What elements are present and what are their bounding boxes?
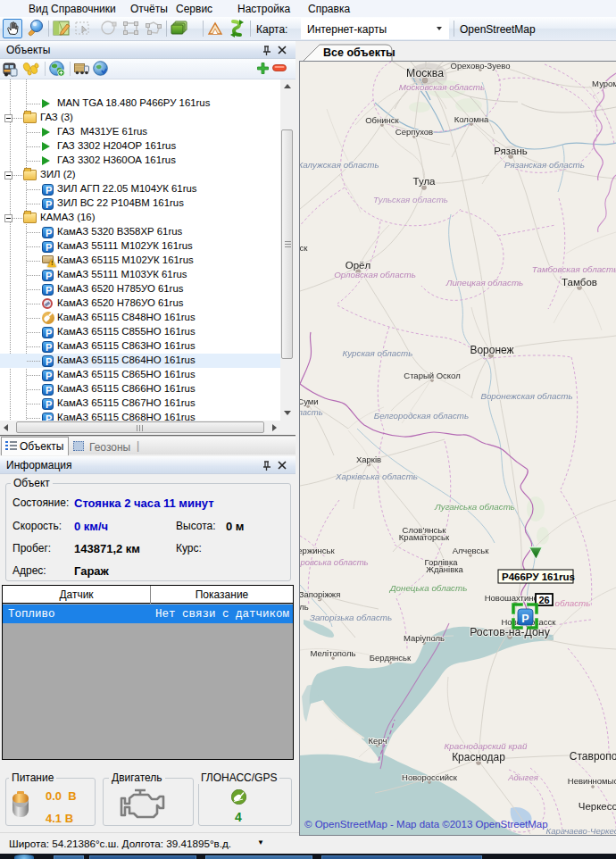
- svg-text:Краснодар: Краснодар: [452, 751, 505, 763]
- svg-text:Орловская область: Орловская область: [334, 270, 416, 279]
- svg-text:Харків: Харків: [356, 455, 381, 464]
- svg-text:Суми: Суми: [300, 396, 319, 406]
- svg-text:Карачаево-Черкес: Карачаево-Черкес: [546, 826, 616, 836]
- svg-text:Мелітополь: Мелітополь: [311, 648, 356, 658]
- svg-text:оль: оль: [300, 602, 309, 612]
- svg-text:Московская область: Московская область: [399, 82, 485, 92]
- svg-text:Жданівка: Жданівка: [426, 564, 463, 574]
- svg-text:Рязань: Рязань: [494, 146, 528, 156]
- svg-text:Черкесск: Черкесск: [579, 801, 616, 812]
- svg-text:Воронеж: Воронеж: [470, 344, 513, 356]
- svg-text:Адыгея: Адыгея: [507, 772, 538, 782]
- svg-text:Краснодарский край: Краснодарский край: [445, 741, 528, 751]
- svg-text:Рязанская область: Рязанская область: [504, 160, 585, 170]
- svg-text:Р466РУ 161rus: Р466РУ 161rus: [502, 571, 575, 582]
- svg-text:Донецька область: Донецька область: [389, 583, 468, 593]
- svg-text:Тульская область: Тульская область: [373, 195, 448, 204]
- svg-text:Запорізька область: Запорізька область: [310, 613, 392, 622]
- svg-text:Курская область: Курская область: [343, 348, 413, 358]
- svg-text:Муром: Муром: [592, 79, 616, 88]
- svg-text:Белгородская область: Белгородская область: [374, 411, 469, 421]
- svg-text:Невинномыс: Невинномыс: [568, 776, 616, 786]
- svg-text:ержинськ: ержинськ: [300, 546, 336, 555]
- svg-text:Керч: Керч: [369, 736, 387, 746]
- svg-text:P: P: [521, 613, 529, 625]
- svg-text:Тамбовская область: Тамбовская область: [532, 264, 616, 274]
- svg-text:Орехово-Зуево: Орехово-Зуево: [451, 62, 511, 71]
- svg-text:Алчевськ: Алчевськ: [453, 546, 490, 555]
- svg-text:Москва: Москва: [406, 67, 444, 79]
- svg-text:Маріуполь: Маріуполь: [404, 633, 445, 643]
- svg-text:етровська область: етровська область: [300, 557, 369, 567]
- svg-text:Калужская область: Калужская область: [300, 160, 379, 170]
- svg-text:бласть: бласть: [300, 407, 323, 417]
- svg-text:Ростов-на-Дону: Ростов-на-Дону: [470, 626, 550, 638]
- svg-text:26: 26: [538, 595, 549, 605]
- svg-text:© OpenStreetMap - Map data ©20: © OpenStreetMap - Map data ©2013 OpenStr…: [304, 819, 548, 830]
- svg-text:Обнинск: Обнинск: [365, 115, 399, 125]
- svg-text:Старый Оскол: Старый Оскол: [404, 371, 460, 380]
- svg-text:Тула: Тула: [413, 176, 437, 187]
- svg-text:Бердянськ: Бердянськ: [370, 653, 412, 663]
- svg-text:ск: ск: [300, 243, 308, 253]
- svg-text:Луганська область: Луганська область: [434, 502, 515, 512]
- svg-text:Тамбов: Тамбов: [562, 277, 597, 288]
- svg-text:Серпухов: Серпухов: [395, 127, 433, 137]
- svg-text:Все объекты: Все объекты: [323, 46, 395, 59]
- svg-text:Воронежская область: Воронежская область: [480, 391, 572, 401]
- svg-text:Коломна: Коломна: [454, 114, 489, 124]
- svg-text:Липецкая область: Липецкая область: [445, 278, 524, 288]
- svg-text:Харківська область: Харківська область: [335, 471, 418, 481]
- svg-text:Ставропол: Ставропол: [570, 750, 616, 763]
- svg-text:Запоріжжя: Запоріжжя: [300, 589, 340, 599]
- svg-text:Новороссийск: Новороссийск: [402, 772, 458, 782]
- svg-text:Краматорськ: Краматорськ: [399, 532, 450, 542]
